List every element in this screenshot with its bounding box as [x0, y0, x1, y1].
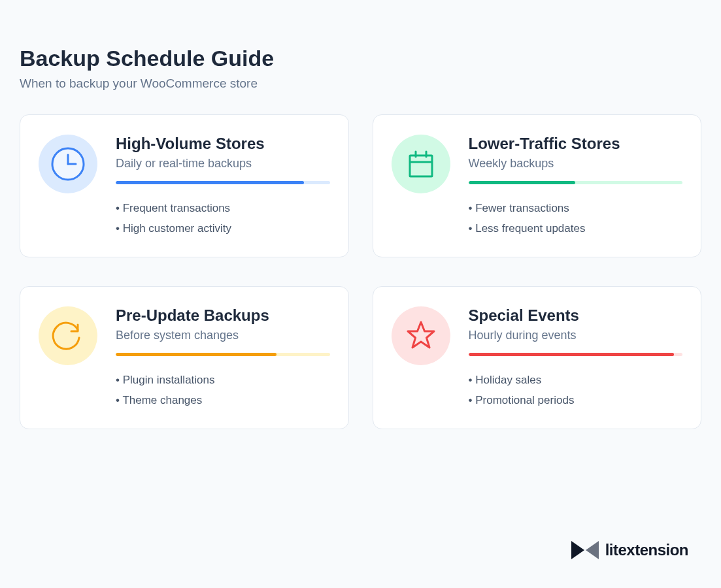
- bullet-item: High customer activity: [116, 219, 330, 239]
- progress-bar: [116, 353, 330, 356]
- brand-logo-block: litextension: [570, 538, 688, 562]
- progress-fill: [116, 353, 277, 356]
- card-title: Pre-Update Backups: [116, 306, 330, 325]
- progress-bar: [116, 181, 330, 184]
- bullet-item: Fewer transactions: [469, 199, 683, 219]
- progress-bar: [469, 353, 683, 356]
- bullet-item: Holiday sales: [469, 370, 683, 391]
- refresh-icon: [39, 306, 97, 365]
- card-lower-traffic: Lower-Traffic Stores Weekly backups Fewe…: [373, 114, 702, 257]
- bullet-list: Frequent transactions High customer acti…: [116, 199, 330, 238]
- card-title: High-Volume Stores: [116, 135, 330, 153]
- progress-fill: [116, 181, 304, 184]
- bullet-item: Theme changes: [116, 391, 330, 411]
- svg-rect-3: [410, 155, 432, 176]
- card-title: Special Events: [469, 306, 683, 325]
- bullet-item: Frequent transactions: [116, 199, 330, 219]
- card-grid: High-Volume Stores Daily or real-time ba…: [20, 114, 701, 429]
- bullet-list: Fewer transactions Less frequent updates: [469, 199, 683, 238]
- card-subtitle: Before system changes: [116, 329, 330, 342]
- card-pre-update: Pre-Update Backups Before system changes…: [20, 286, 349, 429]
- bullet-item: Plugin installations: [116, 370, 330, 391]
- card-high-volume: High-Volume Stores Daily or real-time ba…: [20, 114, 349, 257]
- calendar-icon: [392, 135, 450, 193]
- bullet-item: Less frequent updates: [469, 219, 683, 239]
- star-icon: [392, 306, 450, 365]
- card-title: Lower-Traffic Stores: [469, 135, 683, 153]
- header: Backup Schedule Guide When to backup you…: [20, 46, 701, 91]
- card-subtitle: Daily or real-time backups: [116, 157, 330, 171]
- progress-bar: [469, 181, 683, 184]
- page-title: Backup Schedule Guide: [20, 46, 701, 71]
- card-subtitle: Weekly backups: [469, 157, 683, 171]
- brand-name: litextension: [605, 541, 688, 559]
- page-subtitle: When to backup your WooCommerce store: [20, 76, 701, 91]
- litextension-logo-icon: [570, 538, 600, 562]
- card-subtitle: Hourly during events: [469, 329, 683, 342]
- progress-fill: [469, 181, 576, 184]
- card-special-events: Special Events Hourly during events Holi…: [373, 286, 702, 429]
- bullet-item: Promotional periods: [469, 391, 683, 411]
- bullet-list: Plugin installations Theme changes: [116, 370, 330, 410]
- progress-fill: [469, 353, 674, 356]
- clock-icon: [39, 135, 97, 193]
- bullet-list: Holiday sales Promotional periods: [469, 370, 683, 410]
